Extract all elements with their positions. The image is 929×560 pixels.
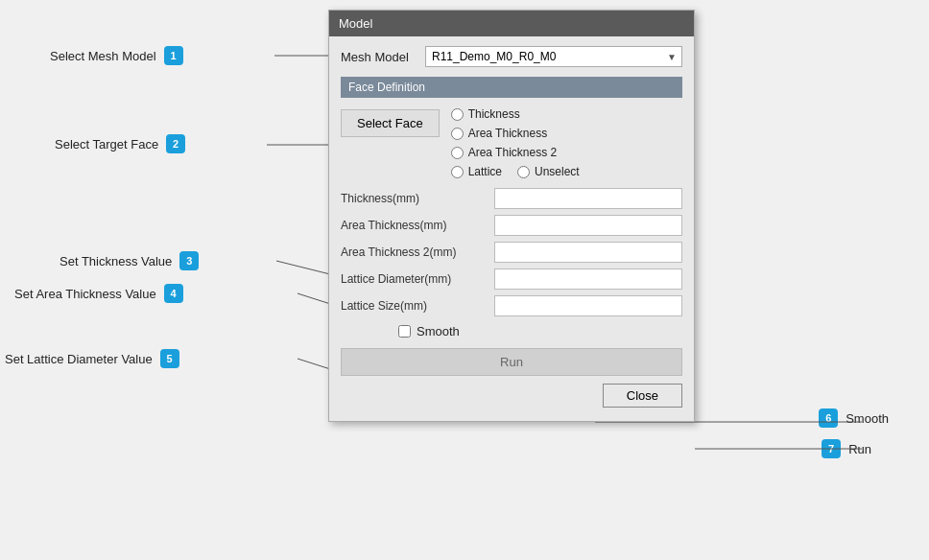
- radio-options-col: Thickness Area Thickness Area Thickness …: [451, 105, 580, 178]
- radio-thickness: Thickness: [451, 107, 580, 121]
- dialog-body: Mesh Model R11_Demo_M0_R0_M0 ▼ Face Defi…: [329, 36, 694, 421]
- field-label-lattice-diameter: Lattice Diameter(mm): [341, 272, 494, 286]
- field-input-area-thickness[interactable]: [494, 215, 682, 236]
- mesh-model-label: Mesh Model: [341, 50, 417, 64]
- close-btn-row: Close: [341, 384, 682, 411]
- field-input-lattice-diameter[interactable]: [494, 268, 682, 290]
- field-input-area-thickness2[interactable]: [494, 242, 682, 263]
- radio-thickness-input[interactable]: [451, 108, 464, 121]
- field-row-lattice-size: Lattice Size(mm): [341, 295, 682, 316]
- dialog-title: Model: [339, 16, 372, 31]
- radio-unselect-input[interactable]: [517, 166, 530, 178]
- field-input-thickness[interactable]: [494, 188, 682, 209]
- field-label-lattice-size: Lattice Size(mm): [341, 299, 494, 313]
- close-button[interactable]: Close: [603, 384, 682, 408]
- field-label-thickness: Thickness(mm): [341, 192, 494, 205]
- field-input-lattice-size[interactable]: [494, 295, 682, 316]
- annotation-6: 6 Smooth: [819, 408, 889, 428]
- field-label-area-thickness2: Area Thickness 2(mm): [341, 245, 494, 259]
- radio-lattice-label: Lattice: [468, 165, 502, 178]
- annotation-3: Set Thickness Value 3: [60, 251, 199, 270]
- run-button[interactable]: Run: [341, 348, 682, 376]
- radio-unselect-label: Unselect: [535, 165, 580, 178]
- radio-area-thickness-input[interactable]: [451, 128, 464, 140]
- face-definition-header: Face Definition: [341, 77, 682, 98]
- radio-thickness-label: Thickness: [468, 107, 520, 121]
- mesh-model-select-wrapper: R11_Demo_M0_R0_M0 ▼: [425, 46, 682, 67]
- radio-lattice: Lattice: [451, 165, 502, 178]
- radio-area-thickness: Area Thickness: [451, 127, 580, 140]
- mesh-model-row: Mesh Model R11_Demo_M0_R0_M0 ▼: [341, 46, 682, 67]
- field-label-area-thickness: Area Thickness(mm): [341, 219, 494, 232]
- annotation-1: Select Mesh Model 1: [50, 46, 183, 65]
- annotation-7: 7 Run: [822, 439, 871, 458]
- mesh-model-select[interactable]: R11_Demo_M0_R0_M0: [425, 46, 682, 67]
- smooth-checkbox[interactable]: [398, 325, 411, 338]
- radio-area-thickness2: Area Thickness 2: [451, 146, 580, 159]
- model-dialog: Model Mesh Model R11_Demo_M0_R0_M0 ▼ Fac…: [328, 10, 695, 422]
- radio-lattice-input[interactable]: [451, 166, 464, 178]
- smooth-label: Smooth: [417, 324, 460, 338]
- face-definition-area: Select Face Thickness Area Thickness Are…: [341, 105, 682, 178]
- annotation-4: Set Area Thickness Value 4: [14, 284, 183, 303]
- select-face-button[interactable]: Select Face: [341, 109, 440, 137]
- radio-unselect: Unselect: [517, 165, 580, 178]
- annotation-5: Set Lattice Diameter Value 5: [5, 349, 179, 368]
- select-face-col: Select Face: [341, 105, 451, 178]
- field-row-area-thickness2: Area Thickness 2(mm): [341, 242, 682, 263]
- dialog-titlebar: Model: [329, 11, 694, 36]
- field-row-area-thickness: Area Thickness(mm): [341, 215, 682, 236]
- radio-area-thickness-label: Area Thickness: [468, 127, 547, 140]
- field-row-thickness: Thickness(mm): [341, 188, 682, 209]
- smooth-row: Smooth: [398, 324, 682, 338]
- radio-area-thickness2-input[interactable]: [451, 147, 464, 159]
- radio-area-thickness2-label: Area Thickness 2: [468, 146, 558, 159]
- annotation-2: Select Target Face 2: [55, 134, 185, 153]
- field-row-lattice-diameter: Lattice Diameter(mm): [341, 268, 682, 290]
- radio-bottom-row: Lattice Unselect: [451, 165, 580, 178]
